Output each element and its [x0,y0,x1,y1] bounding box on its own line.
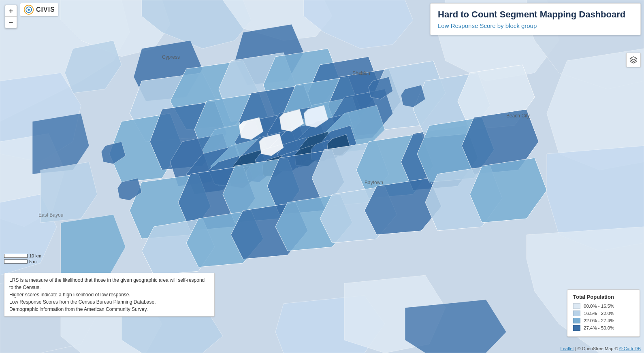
svg-text:Sheldon: Sheldon [352,70,370,76]
title-panel: Hard to Count Segment Mapping Dashboard … [430,3,641,35]
note2-line-4: Demographic information from the America… [9,306,209,313]
svg-text:Beach City: Beach City [506,113,530,119]
layers-icon [629,56,638,64]
civis-logo-icon [23,4,34,15]
legend-item-label: 00.0% - 16.5% [584,304,614,308]
legend: Total Population 00.0% - 16.5%16.5% - 22… [567,289,640,337]
legend-color-box [573,303,580,309]
zoom-controls: + − [5,5,17,28]
note2-line-1: LRS is a measure of the likelihood that … [9,276,209,291]
dashboard-subtitle: Low Response Score by block group [438,22,633,29]
layers-button[interactable] [626,53,641,67]
legend-item: 27.4% - 50.0% [573,325,634,331]
legend-items: 00.0% - 16.5%16.5% - 22.0%22.0% - 27.4%2… [573,303,634,331]
osm-text: © OpenStreetMap [578,346,614,351]
legend-color-box [573,325,580,331]
scale-km-label: 10 km [29,253,41,258]
legend-item: 00.0% - 16.5% [573,303,634,309]
leaflet-link[interactable]: Leaflet [561,346,574,351]
scale-mi-label: 5 mi [29,259,38,264]
svg-text:Cypress: Cypress [162,54,180,60]
legend-item: 22.0% - 27.4% [573,318,634,323]
legend-item: 16.5% - 22.0% [573,310,634,316]
note2-line-2: Higher scores indicate a high likelihood… [9,291,209,298]
dashboard-title: Hard to Count Segment Mapping Dashboard [438,9,633,20]
legend-title: Total Population [573,294,634,300]
svg-text:Baytown: Baytown [365,180,383,185]
civis-logo: CIVIS [20,3,58,16]
svg-point-97 [28,9,30,11]
map-container: Cypress Sheldon Beach City East Bayou Ba… [0,0,644,353]
zoom-out-button[interactable]: − [5,17,17,28]
cartodb-link[interactable]: © CartoDB [619,346,641,351]
legend-item-label: 27.4% - 50.0% [584,325,614,330]
scale-bar: 10 km 5 mi [4,253,41,264]
legend-item-label: 16.5% - 22.0% [584,311,614,316]
bottom-note-2: LRS is a measure of the likelihood that … [4,273,215,317]
zoom-in-button[interactable]: + [5,5,17,17]
legend-item-label: 22.0% - 27.4% [584,318,614,323]
svg-text:East Bayou: East Bayou [38,212,63,218]
svg-marker-19 [405,300,506,353]
svg-marker-98 [630,57,637,60]
civis-logo-text: CIVIS [36,6,55,13]
legend-color-box [573,318,580,323]
attribution: Leaflet | © OpenStreetMap © © CartoDB [561,346,641,351]
legend-color-box [573,310,580,316]
note2-line-3: Low Response Scores from the Census Bure… [9,298,209,306]
